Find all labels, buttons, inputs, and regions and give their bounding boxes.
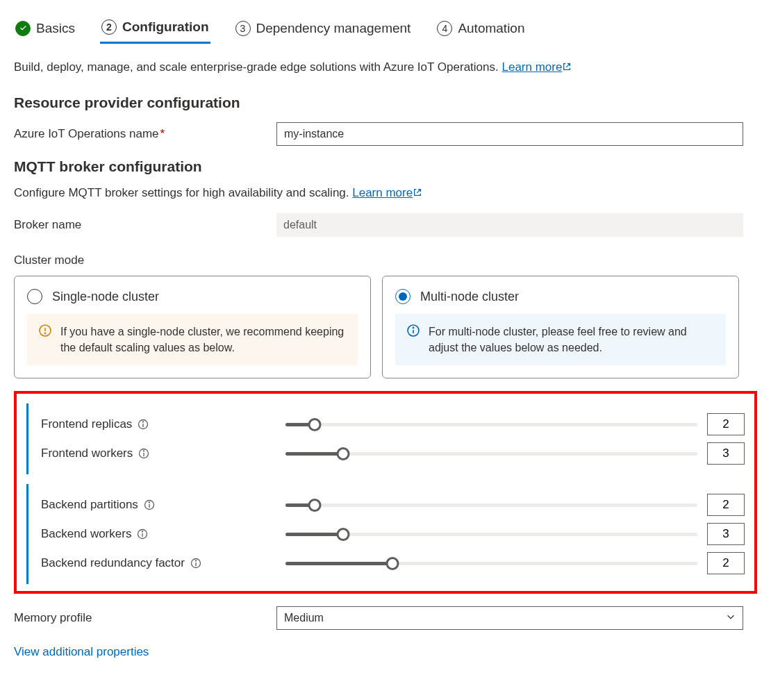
memory-profile-label: Memory profile: [14, 611, 276, 625]
tab-dependency-label: Dependency management: [256, 21, 411, 36]
aio-name-input[interactable]: [276, 122, 743, 146]
backend-partitions-slider[interactable]: [285, 498, 697, 512]
frontend-replicas-slider[interactable]: [285, 417, 697, 431]
info-icon[interactable]: [138, 419, 149, 430]
memory-profile-select[interactable]: Medium: [276, 606, 743, 630]
frontend-replicas-value[interactable]: [707, 413, 745, 435]
frontend-workers-row: Frontend workers: [41, 442, 745, 465]
multi-node-title: Multi-node cluster: [420, 290, 519, 304]
cluster-mode-options: Single-node cluster If you have a single…: [14, 276, 757, 378]
info-icon[interactable]: [138, 448, 149, 459]
svg-point-17: [142, 531, 143, 532]
cluster-mode-label: Cluster mode: [14, 253, 757, 267]
learn-more-link[interactable]: Learn more: [501, 60, 572, 74]
intro-text: Build, deploy, manage, and scale enterpr…: [14, 60, 757, 75]
svg-point-14: [149, 502, 149, 503]
info-icon: [406, 324, 420, 356]
step-number-4: 4: [437, 21, 452, 36]
backend-redundancy-slider[interactable]: [285, 556, 697, 570]
radio-icon: [27, 289, 42, 304]
mqtt-subtext: Configure MQTT broker settings for high …: [14, 186, 757, 201]
backend-group: Backend partitions Backend workers Backe…: [26, 484, 745, 584]
chevron-down-icon: [726, 612, 736, 624]
mqtt-learn-more-link[interactable]: Learn more: [352, 186, 422, 199]
frontend-workers-value[interactable]: [707, 442, 745, 465]
step-number-3: 3: [235, 21, 251, 36]
external-link-icon: [413, 187, 422, 201]
backend-partitions-value[interactable]: [707, 494, 745, 516]
single-node-title: Single-node cluster: [52, 290, 159, 304]
single-node-info: If you have a single-node cluster, we re…: [27, 314, 358, 365]
info-icon: [38, 324, 52, 356]
tab-dependency[interactable]: 3 Dependency management: [234, 15, 413, 43]
view-additional-properties-link[interactable]: View additional properties: [14, 645, 149, 658]
mqtt-heading: MQTT broker configuration: [14, 158, 757, 175]
frontend-replicas-row: Frontend replicas: [41, 413, 745, 435]
tab-automation-label: Automation: [458, 21, 524, 36]
tab-automation[interactable]: 4 Automation: [436, 15, 526, 43]
broker-name-label: Broker name: [14, 218, 276, 232]
step-number-2: 2: [101, 19, 117, 35]
backend-redundancy-row: Backend redundancy factor: [41, 552, 745, 574]
radio-icon: [395, 289, 411, 304]
single-node-card[interactable]: Single-node cluster If you have a single…: [14, 276, 371, 378]
tab-configuration-label: Configuration: [122, 19, 209, 35]
svg-point-11: [144, 451, 144, 451]
broker-name-input: [276, 213, 743, 237]
backend-workers-value[interactable]: [707, 523, 745, 545]
svg-point-2: [44, 333, 45, 333]
info-icon[interactable]: [137, 528, 148, 540]
multi-node-info: For multi-node cluster, please feel free…: [395, 314, 726, 365]
scaling-sliders-highlight: Frontend replicas Frontend workers Backe…: [14, 391, 757, 594]
frontend-group: Frontend replicas Frontend workers: [26, 403, 745, 474]
frontend-workers-slider[interactable]: [285, 447, 697, 460]
backend-workers-row: Backend workers: [41, 523, 745, 545]
wizard-tabs: Basics 2 Configuration 3 Dependency mana…: [14, 14, 757, 44]
check-icon: [15, 21, 31, 36]
aio-name-label: Azure IoT Operations name*: [14, 127, 276, 141]
svg-point-8: [143, 422, 144, 422]
tab-configuration[interactable]: 2 Configuration: [100, 14, 210, 44]
tab-basics-label: Basics: [36, 21, 75, 36]
external-link-icon: [562, 61, 572, 75]
resource-heading: Resource provider configuration: [14, 94, 757, 111]
svg-point-20: [195, 560, 196, 561]
broker-name-row: Broker name: [14, 213, 757, 237]
memory-profile-row: Memory profile Medium: [14, 606, 757, 630]
backend-partitions-row: Backend partitions: [41, 494, 745, 516]
aio-name-row: Azure IoT Operations name*: [14, 122, 757, 146]
tab-basics[interactable]: Basics: [14, 15, 76, 43]
backend-workers-slider[interactable]: [285, 527, 697, 541]
additional-properties: View additional properties: [14, 645, 757, 659]
info-icon[interactable]: [144, 499, 155, 510]
multi-node-card[interactable]: Multi-node cluster For multi-node cluste…: [382, 276, 739, 378]
info-icon[interactable]: [190, 558, 201, 569]
svg-point-5: [413, 327, 413, 328]
backend-redundancy-value[interactable]: [707, 552, 745, 574]
